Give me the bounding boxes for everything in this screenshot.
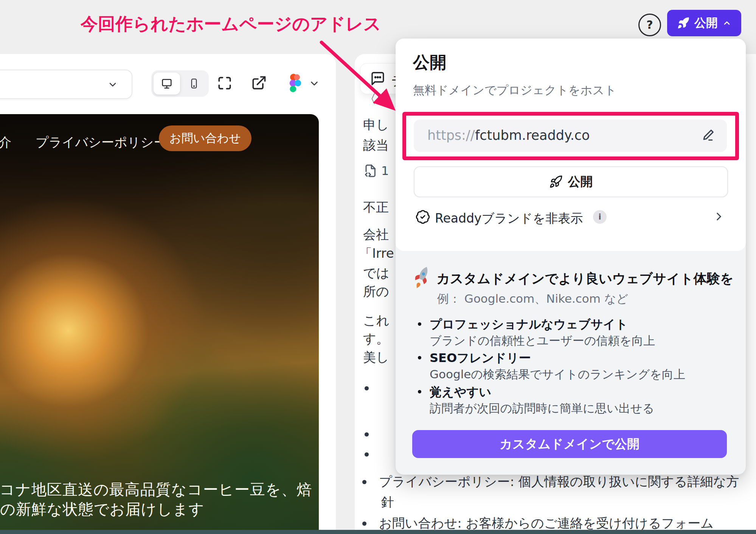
rocket-icon	[549, 175, 563, 189]
chat-bubble-icon	[369, 71, 385, 87]
site-preview: 紹介 プライバシーポリシー お問い合わせ 島コナ地区直送の最高品質なコーヒー豆を…	[0, 114, 319, 530]
chevron-right-icon	[713, 210, 725, 223]
chat-fragment: 申し	[363, 116, 389, 134]
external-link-icon	[250, 75, 267, 91]
app-root: 紹介 プライバシーポリシー お問い合わせ 島コナ地区直送の最高品質なコーヒー豆を…	[0, 0, 756, 534]
hide-brand-row[interactable]: Readdyブランドを非表示 i	[414, 203, 727, 231]
chat-fragment: す。	[363, 330, 389, 348]
code-file-icon	[362, 163, 377, 178]
chat-fragment: では	[363, 265, 390, 282]
rocket-emoji-icon	[411, 268, 432, 288]
chat-list-bullet	[365, 432, 369, 436]
benefit-title: プロフェッショナルなウェブサイト	[430, 316, 628, 333]
site-nav-about[interactable]: 紹介	[0, 134, 11, 151]
chat-list-bullet	[365, 452, 369, 457]
fullscreen-button[interactable]	[216, 75, 233, 91]
info-glyph: i	[598, 213, 601, 221]
open-external-button[interactable]	[250, 75, 267, 91]
chat-fragment: これ	[363, 312, 390, 330]
benefit-bullet	[418, 322, 421, 326]
custom-domain-heading: カスタムドメインでより良いウェブサイト体験を	[436, 270, 734, 288]
help-question-glyph: ?	[646, 19, 653, 31]
chat-list-bullet	[365, 386, 369, 390]
monitor-icon	[161, 77, 173, 90]
site-contact-button[interactable]: お問い合わせ	[159, 125, 251, 151]
custom-domain-example: 例： Google.com、Nike.com など	[437, 291, 628, 307]
chat-fragment: 不正	[363, 199, 389, 216]
chat-list-item: プライバシーポリシー: 個人情報の取り扱いに関する詳細な方	[379, 473, 739, 491]
benefit-title: 覚えやすい	[430, 384, 491, 401]
annotation-label: 今回作られたホームページのアドレス	[81, 12, 381, 36]
chevron-down-icon	[107, 79, 118, 90]
desktop-view-button[interactable]	[154, 73, 180, 94]
bottom-edge-bar	[0, 530, 756, 534]
site-contact-label: お問い合わせ	[169, 130, 241, 146]
chat-fragment: 〈!	[364, 91, 381, 108]
benefit-title: SEOフレンドリー	[430, 350, 531, 367]
fullscreen-icon	[216, 75, 233, 91]
popover-title: 公開	[413, 51, 446, 74]
chat-fragment: 美し	[363, 349, 389, 366]
device-toggle	[151, 70, 209, 97]
benefit-bullet	[418, 390, 421, 393]
custom-domain-cta-button[interactable]: カスタムドメインで公開	[412, 430, 727, 458]
benefit-desc: Googleの検索結果でサイトのランキングを向上	[430, 367, 685, 382]
publish-popover: 公開 無料ドメインでプロジェクトをホスト https:// fctubm.rea…	[396, 39, 746, 475]
custom-domain-cta-label: カスタムドメインで公開	[500, 436, 640, 453]
mobile-view-button[interactable]	[182, 73, 206, 94]
popover-subtitle: 無料ドメインでプロジェクトをホスト	[413, 82, 616, 98]
benefit-desc: 訪問者が次回の訪問時に簡単に思い出せる	[430, 401, 654, 416]
popover-publish-label: 公開	[568, 173, 593, 190]
rocket-icon	[677, 17, 690, 29]
chat-fragment: 所の	[363, 283, 389, 300]
code-file-count: 1	[381, 164, 389, 178]
chat-list-bullet	[362, 522, 366, 526]
site-nav-privacy[interactable]: プライバシーポリシー	[36, 134, 166, 151]
site-hero-text-line2: ての新鮮な状態でお届けします	[0, 499, 204, 520]
info-badge[interactable]: i	[593, 210, 607, 224]
publish-dropdown-button[interactable]: 公開	[667, 10, 741, 36]
badge-check-icon	[415, 209, 430, 224]
hide-brand-label: Readdyブランドを非表示	[435, 210, 583, 227]
chat-fragment: 該当	[363, 137, 389, 154]
chat-fragment: 「Irre	[359, 245, 394, 262]
chevron-down-icon	[309, 78, 320, 89]
benefit-bullet	[418, 356, 421, 359]
help-button[interactable]: ?	[638, 14, 661, 36]
figma-export-button[interactable]	[287, 73, 321, 93]
chat-fragment: 会社	[363, 226, 389, 243]
chat-list-item-wrap: 針	[381, 494, 394, 511]
figma-icon	[287, 73, 303, 93]
chevron-up-icon	[722, 19, 731, 28]
code-file-chip[interactable]: 1	[362, 163, 389, 178]
publish-button-label: 公開	[694, 15, 718, 31]
benefit-desc: ブランドの信頼性とユーザーの信頼を向上	[430, 333, 655, 349]
site-hero-text-line1: 島コナ地区直送の最高品質なコーヒー豆を、焙	[0, 479, 312, 500]
chat-list-bullet	[362, 480, 366, 484]
smartphone-icon	[188, 78, 200, 89]
page-select[interactable]	[0, 70, 132, 99]
popover-publish-button[interactable]: 公開	[414, 166, 728, 197]
url-highlight-box	[402, 112, 739, 160]
